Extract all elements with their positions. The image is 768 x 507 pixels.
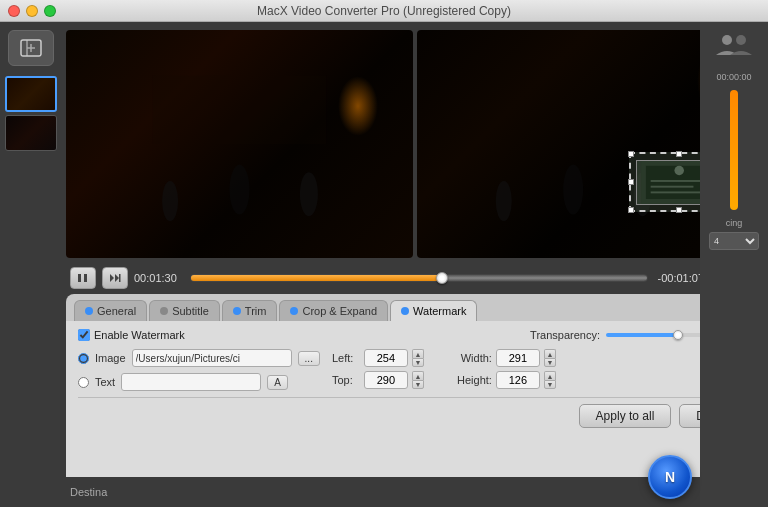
svg-point-13 (675, 166, 685, 176)
svg-point-28 (736, 35, 746, 45)
svg-point-9 (563, 165, 583, 215)
watermark-handle-ml[interactable] (628, 179, 634, 185)
thumbnail-list (0, 76, 62, 151)
width-decrement[interactable]: ▼ (544, 358, 556, 367)
tab-dot-subtitle (160, 307, 168, 315)
fast-forward-button[interactable] (102, 267, 128, 289)
top-decrement[interactable]: ▼ (412, 380, 424, 389)
svg-point-10 (634, 172, 652, 216)
title-bar: MacX Video Converter Pro (Unregistered C… (0, 0, 768, 22)
height-row: Height: ▲ ▼ (454, 371, 556, 389)
nav-button[interactable]: N (648, 455, 692, 499)
transparency-label: Transparency: (530, 329, 600, 341)
svg-rect-17 (78, 274, 81, 282)
progress-thumb[interactable] (436, 272, 448, 284)
tab-dot-general (85, 307, 93, 315)
playback-bar: 00:01:30 -00:01:07 ! (62, 262, 768, 294)
top-increment[interactable]: ▲ (412, 371, 424, 380)
progress-bar[interactable] (190, 274, 648, 282)
enable-watermark-checkbox[interactable] (78, 329, 90, 341)
svg-rect-7 (153, 76, 327, 144)
tab-general[interactable]: General (74, 300, 147, 321)
tab-dot-watermark (401, 307, 409, 315)
apply-to-all-button[interactable]: Apply to all (579, 404, 672, 428)
height-input[interactable] (496, 371, 540, 389)
height-increment[interactable]: ▲ (544, 371, 556, 380)
watermark-handle-bl[interactable] (628, 207, 634, 213)
left-label: Left: (332, 352, 360, 364)
tab-crop-label: Crop & Expand (302, 305, 377, 317)
maximize-button[interactable] (44, 5, 56, 17)
svg-rect-15 (651, 186, 694, 188)
left-increment[interactable]: ▲ (412, 349, 424, 358)
width-stepper: ▲ ▼ (544, 349, 556, 367)
font-button[interactable]: A (267, 375, 288, 390)
thumbnail-1[interactable] (5, 76, 57, 112)
left-decrement[interactable]: ▼ (412, 358, 424, 367)
tab-crop[interactable]: Crop & Expand (279, 300, 388, 321)
original-video (66, 30, 413, 258)
image-radio-label: Image (95, 352, 126, 364)
watermark-source-options: Image ... Text A (78, 349, 320, 391)
tab-watermark[interactable]: Watermark (390, 300, 477, 321)
tab-trim-label: Trim (245, 305, 267, 317)
tab-dot-trim (233, 307, 241, 315)
left-input[interactable] (364, 349, 408, 367)
svg-point-27 (722, 35, 732, 45)
tab-subtitle-label: Subtitle (172, 305, 209, 317)
window-controls[interactable] (8, 5, 56, 17)
image-path-input[interactable] (132, 349, 292, 367)
top-label: Top: (332, 374, 360, 386)
transparency-slider-thumb[interactable] (673, 330, 683, 340)
watermark-settings: Enable Watermark Transparency: 30 (78, 329, 752, 391)
enable-watermark-text: Enable Watermark (94, 329, 185, 341)
destination-label: Destina (70, 486, 107, 498)
right-slider[interactable] (730, 90, 738, 210)
tab-subtitle[interactable]: Subtitle (149, 300, 220, 321)
main-container: 00:01:30 -00:01:07 ! (0, 22, 768, 507)
thumbnail-2[interactable] (5, 115, 57, 151)
watermark-handle-bm[interactable] (676, 207, 682, 213)
spacing-select[interactable]: 4 2 6 8 (709, 232, 759, 250)
top-coord-row: Top: ▲ ▼ (332, 371, 424, 389)
size-dims: Width: ▲ ▼ Height: (454, 349, 556, 389)
browse-button[interactable]: ... (298, 351, 320, 366)
text-radio[interactable] (78, 377, 89, 388)
width-input[interactable] (496, 349, 540, 367)
progress-fill (191, 275, 442, 281)
svg-rect-21 (119, 274, 121, 282)
height-label: Height: (454, 374, 492, 386)
people-icon[interactable] (712, 30, 756, 60)
height-decrement[interactable]: ▼ (544, 380, 556, 389)
image-radio[interactable] (78, 353, 89, 364)
current-time-display: 00:01:30 (134, 272, 184, 284)
svg-point-4 (162, 181, 178, 221)
width-label: Width: (454, 352, 492, 364)
remaining-time-display: -00:01:07 (654, 272, 704, 284)
text-input[interactable] (121, 373, 261, 391)
video-area (62, 22, 768, 262)
top-input[interactable] (364, 371, 408, 389)
close-button[interactable] (8, 5, 20, 17)
watermark-position-size: Left: ▲ ▼ Top: (332, 349, 752, 391)
image-option-row: Image ... (78, 349, 320, 367)
minimize-button[interactable] (26, 5, 38, 17)
destination-bar: Destina (62, 477, 700, 507)
watermark-handle-tm[interactable] (676, 151, 682, 157)
spacing-label: cing (726, 218, 743, 228)
svg-marker-19 (110, 274, 114, 282)
watermark-handle-tl[interactable] (628, 151, 634, 157)
svg-point-6 (300, 172, 318, 216)
pause-button[interactable] (70, 267, 96, 289)
tabs-row: General Subtitle Trim Crop & Expand Wate… (66, 294, 764, 321)
add-video-button[interactable] (8, 30, 54, 66)
left-stepper: ▲ ▼ (412, 349, 424, 367)
tab-trim[interactable]: Trim (222, 300, 278, 321)
enable-watermark-label[interactable]: Enable Watermark (78, 329, 185, 341)
width-row: Width: ▲ ▼ (454, 349, 556, 367)
right-time-display: 00:00:00 (716, 72, 751, 82)
svg-rect-18 (84, 274, 87, 282)
width-increment[interactable]: ▲ (544, 349, 556, 358)
watermark-row1: Enable Watermark Transparency: 30 (78, 329, 752, 341)
center-content: 00:01:30 -00:01:07 ! (62, 22, 768, 507)
